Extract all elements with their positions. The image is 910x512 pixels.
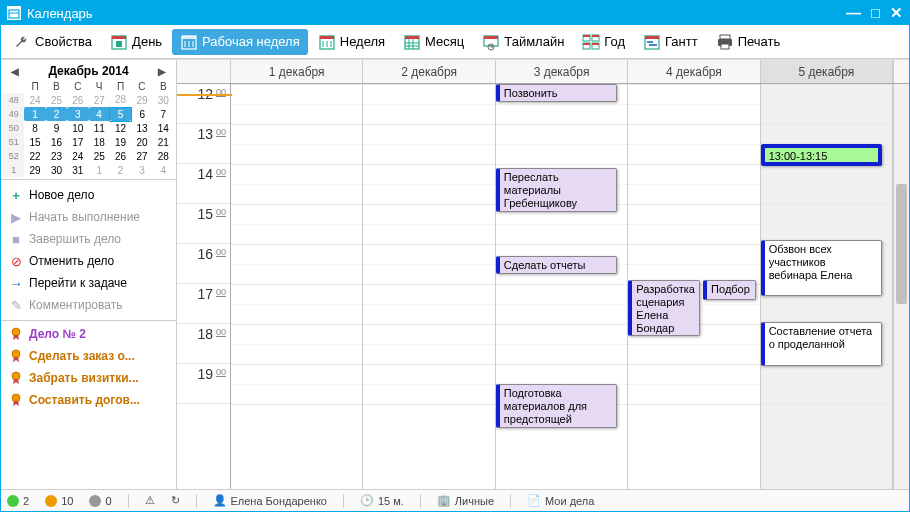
minimize-button[interactable]: — bbox=[846, 4, 861, 22]
mini-cal-day[interactable]: 3 bbox=[67, 107, 88, 121]
view-timeline-button[interactable]: Таймлайн bbox=[474, 29, 572, 55]
calendar-event[interactable]: 13:00-13:15 bbox=[761, 144, 882, 166]
cancel-action[interactable]: ⊘Отменить дело bbox=[1, 250, 176, 272]
mini-cal-day[interactable]: 16 bbox=[46, 135, 67, 149]
mini-cal-day[interactable]: 3 bbox=[131, 163, 152, 177]
mini-cal-day[interactable]: 10 bbox=[67, 121, 88, 135]
mini-cal-day[interactable]: 7 bbox=[153, 107, 174, 121]
task-item[interactable]: Составить догов... bbox=[1, 389, 176, 411]
mini-cal-day[interactable]: 1 bbox=[24, 107, 45, 121]
calendar-event[interactable]: Позвонить bbox=[496, 84, 617, 102]
close-button[interactable]: ✕ bbox=[890, 4, 903, 22]
mini-cal-day[interactable]: 20 bbox=[131, 135, 152, 149]
day-header[interactable]: 4 декабря bbox=[628, 60, 760, 83]
properties-button[interactable]: Свойства bbox=[5, 29, 100, 55]
task-item[interactable]: Сделать заказ о... bbox=[1, 345, 176, 367]
day-header[interactable]: 2 декабря bbox=[363, 60, 495, 83]
calendar-event[interactable]: Подготовка материалов для предстоящей bbox=[496, 384, 617, 428]
status-warning[interactable]: ⚠ bbox=[145, 494, 155, 507]
mini-cal-day[interactable]: 18 bbox=[89, 135, 110, 149]
view-week-button[interactable]: Неделя bbox=[310, 29, 393, 55]
mini-cal-day[interactable]: 9 bbox=[46, 121, 67, 135]
mini-cal-day[interactable]: 1 bbox=[89, 163, 110, 177]
mini-cal-day[interactable]: 13 bbox=[131, 121, 152, 135]
gutter-head bbox=[177, 60, 231, 83]
calendar-event[interactable]: Сделать отчеты bbox=[496, 256, 617, 274]
print-button[interactable]: Печать bbox=[708, 29, 789, 55]
status-duration[interactable]: 🕒15 м. bbox=[360, 494, 404, 507]
mini-cal-day[interactable]: 28 bbox=[153, 149, 174, 163]
task-item[interactable]: Дело № 2 bbox=[1, 323, 176, 345]
mini-cal-day[interactable]: 24 bbox=[67, 149, 88, 163]
day-column[interactable] bbox=[231, 84, 363, 489]
mini-cal-day[interactable]: 15 bbox=[24, 135, 45, 149]
medal-icon bbox=[9, 393, 23, 407]
day-column[interactable]: ПозвонитьПереслать материалы Гребенщиков… bbox=[496, 84, 628, 489]
status-badge-green[interactable]: 2 bbox=[7, 495, 29, 507]
calendar-event[interactable]: Обзвон всех участников вебинара Елена bbox=[761, 240, 882, 296]
mini-cal-day[interactable]: 8 bbox=[24, 121, 45, 135]
mini-cal-day[interactable]: 27 bbox=[131, 149, 152, 163]
calendar-event[interactable]: Подбор bbox=[703, 280, 756, 300]
view-year-button[interactable]: Год bbox=[574, 29, 633, 55]
svg-rect-33 bbox=[583, 43, 590, 45]
status-badge-orange[interactable]: 10 bbox=[45, 495, 73, 507]
scrollbar-thumb[interactable] bbox=[896, 184, 907, 304]
mini-cal-day[interactable]: 17 bbox=[67, 135, 88, 149]
status-user[interactable]: 👤Елена Бондаренко bbox=[213, 494, 327, 507]
mini-cal-day[interactable]: 12 bbox=[110, 121, 131, 135]
mini-cal-day[interactable]: 4 bbox=[89, 107, 110, 121]
mini-cal-day[interactable]: 31 bbox=[67, 163, 88, 177]
mini-cal-day[interactable]: 26 bbox=[67, 93, 88, 107]
days-container[interactable]: ПозвонитьПереслать материалы Гребенщиков… bbox=[231, 84, 893, 489]
task-item[interactable]: Забрать визитки... bbox=[1, 367, 176, 389]
mini-cal-day[interactable]: 30 bbox=[153, 93, 174, 107]
calendar-event[interactable]: Составление отчета о проделанной bbox=[761, 322, 882, 366]
mini-cal-day[interactable]: 19 bbox=[110, 135, 131, 149]
view-month-button[interactable]: Месяц bbox=[395, 29, 472, 55]
view-day-button[interactable]: День bbox=[102, 29, 170, 55]
mini-cal-day[interactable]: 30 bbox=[46, 163, 67, 177]
mini-cal-day[interactable]: 14 bbox=[153, 121, 174, 135]
mini-cal-day[interactable]: 26 bbox=[110, 149, 131, 163]
mini-cal-day[interactable]: 23 bbox=[46, 149, 67, 163]
mini-cal-day[interactable]: 4 bbox=[153, 163, 174, 177]
cal-next-button[interactable]: ▶ bbox=[154, 66, 170, 77]
calendar-event[interactable]: Разработка сценария Елена Бондар bbox=[628, 280, 700, 336]
status-badge-grey[interactable]: 0 bbox=[89, 495, 111, 507]
mini-cal-day[interactable]: 11 bbox=[89, 121, 110, 135]
mini-cal-day[interactable]: 25 bbox=[46, 93, 67, 107]
goto-action[interactable]: →Перейти к задаче bbox=[1, 272, 176, 294]
mini-cal-day[interactable]: 27 bbox=[89, 93, 110, 107]
mini-cal-day[interactable]: 6 bbox=[131, 107, 152, 121]
calendar-event[interactable]: Переслать материалы Гребенщикову bbox=[496, 168, 617, 212]
mini-cal-day[interactable]: 29 bbox=[131, 93, 152, 107]
day-header[interactable]: 1 декабря bbox=[231, 60, 363, 83]
mini-cal-day[interactable]: 5 bbox=[110, 107, 131, 121]
status-refresh[interactable]: ↻ bbox=[171, 494, 180, 507]
view-workweek-button[interactable]: Рабочая неделя bbox=[172, 29, 308, 55]
mini-cal-day[interactable]: 2 bbox=[110, 163, 131, 177]
mini-cal-day[interactable]: 25 bbox=[89, 149, 110, 163]
mini-cal-day[interactable]: 21 bbox=[153, 135, 174, 149]
status-category[interactable]: 🏢Личные bbox=[437, 494, 494, 507]
svg-rect-41 bbox=[721, 44, 729, 49]
day-header[interactable]: 3 декабря bbox=[496, 60, 628, 83]
view-gantt-button[interactable]: Гантт bbox=[635, 29, 706, 55]
mini-cal-day[interactable]: 22 bbox=[24, 149, 45, 163]
mini-cal-day[interactable]: 24 bbox=[24, 93, 45, 107]
vertical-scrollbar[interactable] bbox=[893, 84, 909, 489]
mini-cal-day[interactable]: 28 bbox=[110, 93, 131, 107]
cal-prev-button[interactable]: ◀ bbox=[7, 66, 23, 77]
time-label: 1800 bbox=[177, 324, 230, 364]
day-column[interactable]: Разработка сценария Елена БондарПодбор bbox=[628, 84, 760, 489]
day-column[interactable] bbox=[363, 84, 495, 489]
maximize-button[interactable]: □ bbox=[871, 4, 880, 22]
day-column[interactable]: 13:00-13:15Обзвон всех участников вебина… bbox=[761, 84, 893, 489]
day-header[interactable]: 5 декабря bbox=[761, 60, 893, 83]
new-item-action[interactable]: +Новое дело bbox=[1, 184, 176, 206]
status-filter[interactable]: 📄Мои дела bbox=[527, 494, 594, 507]
mini-cal-day[interactable]: 29 bbox=[24, 163, 45, 177]
mini-cal-day[interactable]: 2 bbox=[46, 107, 67, 121]
medal-icon bbox=[9, 327, 23, 341]
